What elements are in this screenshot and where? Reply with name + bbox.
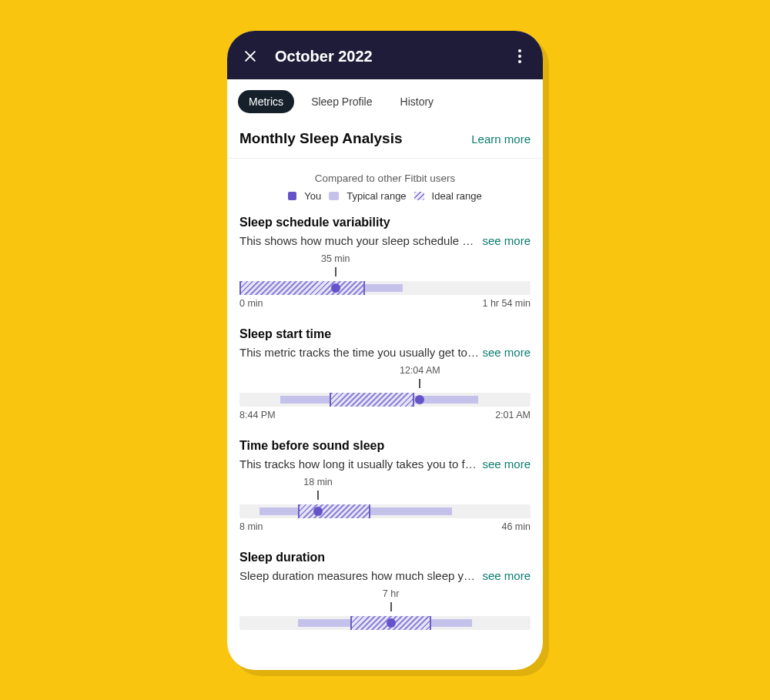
tab-bar: Metrics Sleep Profile History (227, 79, 543, 121)
you-tick-icon (390, 602, 392, 611)
axis-max: 2:01 AM (495, 410, 531, 420)
swatch-ideal-icon (414, 192, 424, 200)
metric-desc: This metric tracks the time you usually … (239, 346, 479, 359)
axis-max: 1 hr 54 min (482, 298, 531, 309)
see-more-link[interactable]: see more (482, 569, 531, 582)
metric-title: Sleep duration (239, 551, 531, 564)
you-tick-icon (317, 491, 319, 500)
metric-chart: 18 min8 min46 min (239, 477, 531, 532)
app-header: October 2022 (227, 31, 543, 79)
legend-compare-text: Compared to other Fitbit users (239, 172, 531, 184)
you-tick-icon (419, 379, 420, 388)
section-header: Monthly Sleep Analysis Learn more (227, 121, 543, 159)
metric-row: Sleep schedule variabilityThis shows how… (227, 208, 543, 320)
legend-you: You (304, 190, 321, 202)
close-icon[interactable] (243, 49, 258, 64)
metric-desc-row: This shows how much your sleep schedule … (239, 234, 531, 247)
axis-labels: 8:44 PM2:01 AM (239, 410, 531, 420)
legend: Compared to other Fitbit users You Typic… (227, 159, 543, 208)
you-value-label: 12:04 AM (400, 365, 440, 376)
axis-min: 8 min (239, 521, 263, 532)
metric-desc-row: This tracks how long it usually takes yo… (239, 457, 531, 471)
metric-title: Sleep schedule variability (239, 216, 531, 229)
you-marker-icon (313, 507, 323, 516)
axis-min: 8:44 PM (239, 410, 276, 420)
ideal-range-bar (298, 504, 371, 518)
legend-typical: Typical range (346, 190, 406, 202)
you-value-label: 7 hr (383, 588, 400, 599)
section-title: Monthly Sleep Analysis (239, 130, 403, 147)
you-tick-icon (335, 267, 336, 276)
metric-row: Sleep durationSleep duration measures ho… (227, 543, 543, 638)
swatch-typical-icon (329, 192, 339, 200)
axis-min: 0 min (239, 298, 263, 309)
see-more-link[interactable]: see more (482, 457, 531, 471)
learn-more-link[interactable]: Learn more (471, 132, 531, 146)
metric-title: Sleep start time (239, 327, 531, 341)
metric-title: Time before sound sleep (239, 439, 531, 453)
you-value-label: 35 min (321, 253, 350, 264)
metric-chart: 35 min0 min1 hr 54 min (239, 253, 531, 309)
metric-chart: 12:04 AM8:44 PM2:01 AM (239, 365, 531, 420)
more-options-icon[interactable] (512, 49, 527, 64)
tab-history[interactable]: History (390, 90, 445, 113)
ideal-range-bar (239, 281, 365, 295)
range-track (239, 504, 531, 518)
range-track (239, 393, 531, 407)
range-track (239, 281, 531, 295)
phone-frame: October 2022 Metrics Sleep Profile Histo… (227, 31, 543, 670)
axis-labels: 8 min46 min (239, 521, 531, 532)
tab-sleep-profile[interactable]: Sleep Profile (300, 90, 383, 113)
metric-chart: 7 hr (239, 588, 531, 630)
range-track (239, 616, 531, 630)
metric-desc: This tracks how long it usually takes yo… (239, 457, 479, 471)
you-marker-icon (387, 618, 396, 628)
metrics-list: Sleep schedule variabilityThis shows how… (227, 208, 543, 638)
swatch-you-icon (288, 192, 296, 200)
metric-row: Time before sound sleepThis tracks how l… (227, 431, 543, 543)
metric-row: Sleep start timeThis metric tracks the t… (227, 320, 543, 431)
metric-desc: Sleep duration measures how much sleep y… (239, 569, 479, 582)
metric-desc-row: Sleep duration measures how much sleep y… (239, 569, 531, 582)
axis-max: 46 min (501, 521, 531, 532)
ideal-range-bar (330, 393, 414, 407)
legend-ideal: Ideal range (432, 190, 482, 202)
page-title: October 2022 (275, 48, 512, 65)
you-marker-icon (331, 283, 340, 293)
metric-desc: This shows how much your sleep schedule … (239, 234, 479, 247)
you-value-label: 18 min (303, 477, 333, 487)
axis-labels: 0 min1 hr 54 min (239, 298, 531, 309)
you-marker-icon (415, 395, 424, 404)
see-more-link[interactable]: see more (482, 346, 531, 359)
tab-metrics[interactable]: Metrics (238, 90, 294, 113)
metric-desc-row: This metric tracks the time you usually … (239, 346, 531, 359)
see-more-link[interactable]: see more (482, 234, 531, 247)
